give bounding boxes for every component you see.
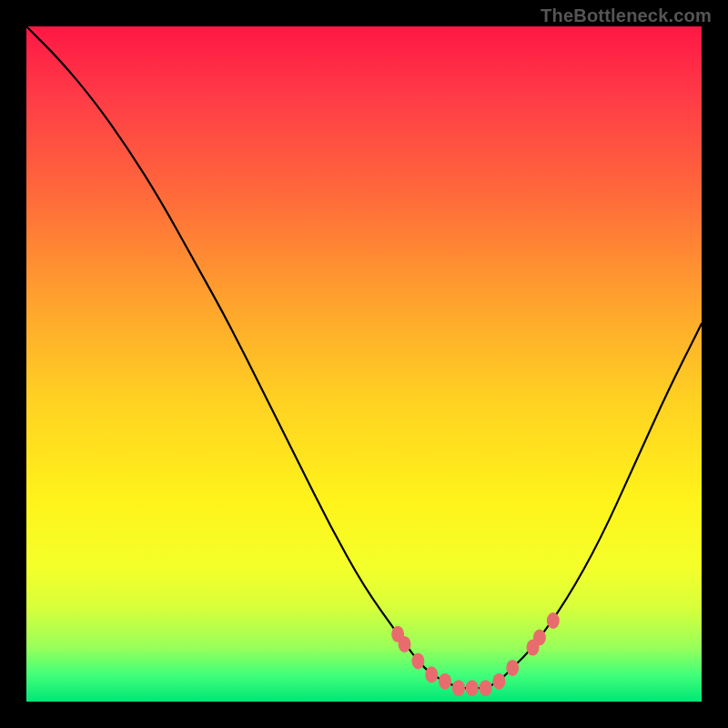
curve-marker xyxy=(480,680,492,696)
chart-frame: TheBottleneck.com xyxy=(0,0,728,728)
curve-marker xyxy=(547,612,560,629)
curve-marker xyxy=(439,673,451,690)
bottleneck-curve xyxy=(26,26,702,688)
curve-marker xyxy=(533,630,546,646)
curve-marker xyxy=(492,673,505,690)
curve-marker xyxy=(425,666,438,682)
watermark-text: TheBottleneck.com xyxy=(541,5,712,26)
curve-marker xyxy=(399,636,411,652)
curve-marker xyxy=(506,660,519,676)
plot-area xyxy=(26,26,702,702)
curve-svg xyxy=(26,26,702,702)
curve-marker xyxy=(452,680,465,696)
curve-markers xyxy=(391,612,560,696)
curve-marker xyxy=(411,653,424,670)
curve-marker xyxy=(466,680,479,696)
